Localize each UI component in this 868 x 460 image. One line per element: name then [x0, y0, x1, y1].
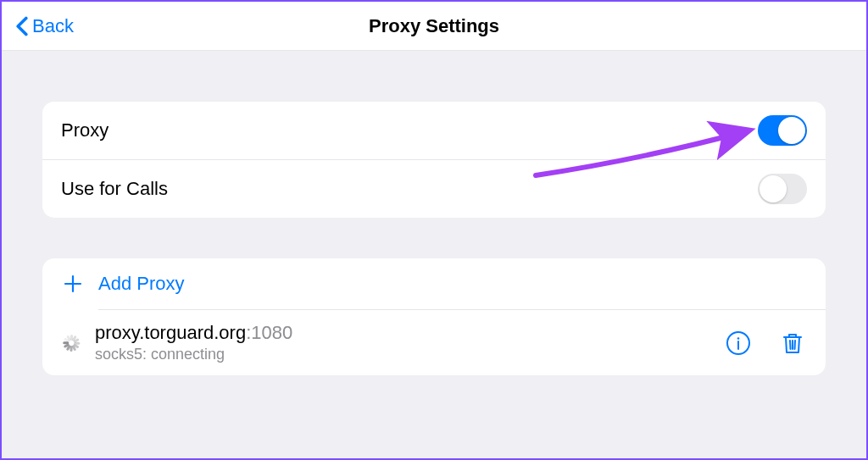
add-proxy-label: Add Proxy	[98, 273, 185, 295]
back-label: Back	[32, 15, 74, 37]
svg-line-7	[795, 341, 796, 349]
info-icon	[726, 330, 751, 356]
proxy-toggle[interactable]	[758, 115, 807, 146]
proxy-host-line: proxy.torguard.org:1080	[95, 322, 292, 344]
plus-icon	[61, 272, 85, 296]
settings-group: Proxy Use for Calls	[42, 102, 826, 218]
content-area: Proxy Use for Calls Add Proxy	[2, 51, 866, 375]
proxy-host: proxy.torguard.org	[95, 322, 246, 343]
proxy-delete-button[interactable]	[778, 329, 807, 357]
back-button[interactable]: Back	[2, 15, 84, 37]
loading-spinner-icon	[61, 333, 81, 353]
proxy-status: socks5: connecting	[95, 346, 292, 363]
proxy-toggle-row: Proxy	[42, 102, 826, 160]
use-for-calls-toggle[interactable]	[758, 174, 807, 204]
proxy-info: proxy.torguard.org:1080 socks5: connecti…	[95, 322, 292, 363]
add-proxy-button[interactable]: Add Proxy	[61, 258, 826, 309]
svg-point-3	[737, 337, 740, 340]
svg-line-5	[790, 341, 791, 349]
trash-icon	[780, 330, 805, 356]
proxy-list-item[interactable]: proxy.torguard.org:1080 socks5: connecti…	[61, 310, 826, 375]
use-for-calls-row: Use for Calls	[42, 160, 826, 218]
chevron-left-icon	[15, 16, 29, 36]
proxies-group: Add Proxy proxy.torguard.org:1080	[42, 258, 826, 375]
proxy-port: 1080	[251, 322, 292, 343]
proxy-toggle-label: Proxy	[61, 119, 108, 141]
navigation-bar: Back Proxy Settings	[2, 2, 866, 51]
proxy-info-button[interactable]	[724, 329, 753, 357]
use-for-calls-label: Use for Calls	[61, 178, 168, 200]
page-title: Proxy Settings	[369, 15, 499, 37]
